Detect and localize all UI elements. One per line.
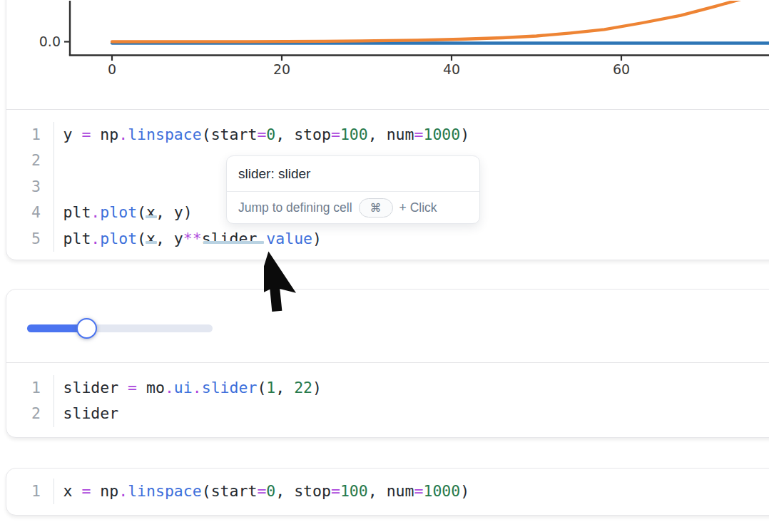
code-token: y <box>63 126 82 143</box>
output-code-divider <box>6 109 769 110</box>
code-line[interactable]: x = np.linspace(start=0, stop=100, num=1… <box>63 479 769 505</box>
code-token: . <box>91 230 100 247</box>
code-token: 100 <box>340 126 368 143</box>
code-token: . <box>118 126 128 143</box>
code-token: slider <box>63 404 119 422</box>
code-token: np <box>91 482 118 500</box>
code-token: x <box>63 482 82 500</box>
line-number: 2 <box>6 148 41 174</box>
code-token: = <box>414 482 423 500</box>
line-number: 3 <box>6 174 41 200</box>
code-token: value <box>266 230 312 247</box>
code-token: mo <box>137 379 165 397</box>
code-token: = <box>128 379 137 397</box>
command-key-icon: ⌘ <box>359 198 393 218</box>
code-token: . <box>91 203 100 221</box>
code-token: (start <box>202 126 258 143</box>
code-lines[interactable]: slider = mo.ui.slider(1, 22)slider <box>54 375 769 427</box>
code-token: ) <box>312 379 322 397</box>
underlined-variable-token[interactable]: x <box>146 203 156 221</box>
svg-text:60: 60 <box>613 61 630 77</box>
line-number: 1 <box>6 122 41 148</box>
code-lines[interactable]: x = np.linspace(start=0, stop=100, num=1… <box>54 479 769 505</box>
tooltip-variable-title: slider: slider <box>227 156 479 192</box>
jump-action-label: Jump to defining cell <box>238 200 352 215</box>
code-token: . <box>257 230 266 247</box>
code-token: . <box>165 379 174 397</box>
line-number-gutter: 12 <box>6 375 41 427</box>
line-number: 4 <box>6 200 41 226</box>
code-token: = <box>81 482 91 500</box>
notebook-cell-x: 1 x = np.linspace(start=0, stop=100, num… <box>6 468 769 516</box>
line-number-gutter: 12345 <box>6 122 41 252</box>
code-token: np <box>91 126 118 143</box>
code-token: ) <box>460 482 469 500</box>
line-number: 5 <box>6 226 41 252</box>
code-token: , stop <box>275 126 331 143</box>
marimo-notebook: { "app": {"kind": "marimo notebook (ligh… <box>0 0 769 532</box>
line-number: 1 <box>6 479 41 505</box>
code-token: ) <box>312 230 322 247</box>
matplotlib-line-chart: 0.00204060 <box>6 1 769 109</box>
code-token: , <box>275 379 294 397</box>
code-token: , stop <box>275 482 331 500</box>
slider-handle[interactable] <box>76 318 97 339</box>
code-token: , y <box>156 230 183 247</box>
code-token: , y) <box>156 203 193 221</box>
variable-hover-tooltip: slider: slider Jump to defining cell ⌘ +… <box>226 155 480 224</box>
code-token: . <box>193 379 202 397</box>
code-token: = <box>331 482 340 500</box>
line-number: 1 <box>6 375 41 401</box>
code-token: = <box>257 126 266 143</box>
code-token: 0 <box>266 126 275 143</box>
svg-text:0: 0 <box>108 61 116 77</box>
code-line[interactable]: slider <box>63 401 769 427</box>
code-token: ** <box>183 230 202 247</box>
code-token: 1 <box>266 379 275 397</box>
code-token: slider <box>202 379 258 397</box>
jump-to-defining-cell-action[interactable]: Jump to defining cell ⌘ + Click <box>227 192 479 224</box>
underlined-variable-token[interactable]: slider <box>202 230 258 247</box>
output-code-divider <box>6 362 769 363</box>
code-token: slider <box>63 379 128 397</box>
code-token: ui <box>174 379 193 397</box>
code-token: 100 <box>340 482 368 500</box>
code-token: = <box>331 126 340 143</box>
svg-text:0.0: 0.0 <box>39 34 61 49</box>
code-token: , num <box>368 482 414 500</box>
code-token: ) <box>460 126 469 143</box>
underlined-variable-token[interactable]: x <box>146 230 156 247</box>
code-token: ( <box>137 203 146 221</box>
code-token: (start <box>202 482 258 500</box>
code-token: 1000 <box>423 482 460 500</box>
code-editor[interactable]: 1 x = np.linspace(start=0, stop=100, num… <box>6 479 769 505</box>
code-token: plt <box>63 203 91 221</box>
code-token: 1000 <box>423 126 460 143</box>
notebook-cell-slider: 12 slider = mo.ui.slider(1, 22)slider <box>6 289 769 438</box>
code-editor[interactable]: 12 slider = mo.ui.slider(1, 22)slider <box>6 375 769 427</box>
svg-text:40: 40 <box>443 61 460 77</box>
code-token: ( <box>257 379 266 397</box>
line-number-gutter: 1 <box>6 479 41 505</box>
click-suffix-label: + Click <box>399 200 437 215</box>
code-token: ( <box>137 230 146 247</box>
code-token: = <box>414 126 423 143</box>
code-line[interactable]: y = np.linspace(start=0, stop=100, num=1… <box>63 122 769 148</box>
code-token: plot <box>100 230 137 247</box>
code-token: . <box>118 482 128 500</box>
code-token: 22 <box>294 379 312 397</box>
code-token: , num <box>368 126 414 143</box>
code-token: = <box>257 482 266 500</box>
code-token: 0 <box>266 482 275 500</box>
code-line[interactable]: slider = mo.ui.slider(1, 22) <box>63 375 769 401</box>
code-token: linspace <box>128 126 202 143</box>
code-token: = <box>81 126 91 143</box>
mouse-pointer-icon <box>264 249 320 323</box>
code-token: linspace <box>128 482 202 500</box>
svg-text:20: 20 <box>273 61 290 77</box>
line-number: 2 <box>6 401 41 427</box>
code-token: plot <box>100 203 137 221</box>
code-line[interactable]: plt.plot(x, y**slider.value) <box>63 226 769 252</box>
code-token: plt <box>63 230 91 247</box>
